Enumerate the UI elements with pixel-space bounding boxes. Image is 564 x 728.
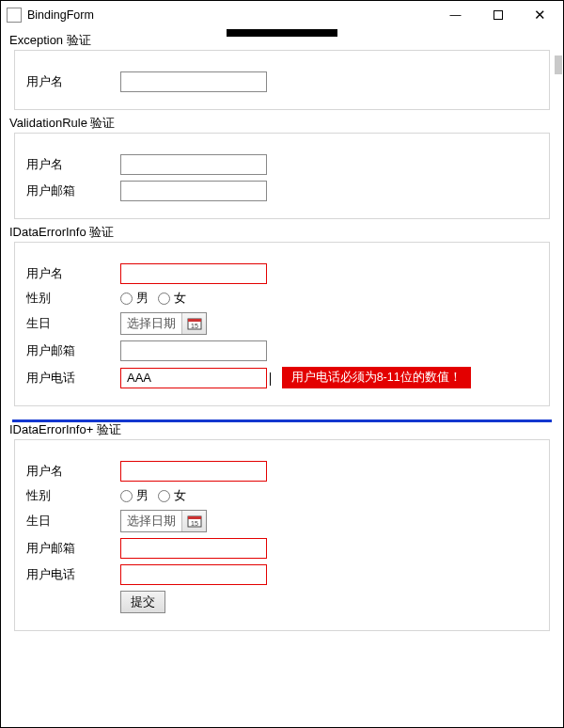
- radio-male[interactable]: 男: [120, 290, 149, 307]
- group-validation-rule: ValidationRule 验证 用户名 用户邮箱: [14, 133, 550, 219]
- validation-rule-email-input[interactable]: [120, 181, 267, 201]
- radio-female[interactable]: 女: [158, 290, 186, 307]
- label-birthday: 生日: [26, 315, 120, 332]
- submit-button[interactable]: 提交: [120, 591, 165, 613]
- calendar-icon[interactable]: 15: [181, 511, 206, 531]
- radio-male-label: 男: [136, 290, 149, 307]
- radio-female-label: 女: [174, 487, 186, 504]
- label-phone: 用户电话: [26, 566, 120, 583]
- idataerrorinfo-birthday-picker[interactable]: 选择日期 15: [120, 312, 207, 335]
- label-gender: 性别: [26, 290, 120, 307]
- window-close-button[interactable]: ✕: [519, 1, 561, 28]
- label-birthday: 生日: [26, 513, 120, 530]
- svg-rect-1: [188, 319, 201, 322]
- radio-female-label: 女: [174, 290, 186, 307]
- idataerrorinfo-username-input[interactable]: [120, 263, 267, 284]
- group-exception: Exception 验证 用户名: [14, 50, 550, 110]
- window-title-bar: BindingForm — ✕: [1, 1, 563, 29]
- label-phone: 用户电话: [26, 370, 120, 387]
- group-idataerrorinfo-plus-title: IDataErrorInfo+ 验证: [9, 421, 121, 438]
- label-username: 用户名: [26, 265, 120, 282]
- window-maximize-button[interactable]: [477, 1, 519, 28]
- label-email: 用户邮箱: [26, 342, 120, 359]
- radio-male-input[interactable]: [120, 293, 133, 305]
- calendar-icon[interactable]: 15: [181, 313, 206, 334]
- label-username: 用户名: [26, 156, 120, 173]
- radio-male-input[interactable]: [120, 490, 133, 502]
- phone-error-message: 用户电话必须为8-11位的数值！: [282, 367, 471, 388]
- radio-female-input[interactable]: [158, 490, 170, 502]
- idataerrorinfo-phone-input[interactable]: [120, 368, 267, 388]
- validation-rule-username-input[interactable]: [120, 154, 267, 175]
- radio-female[interactable]: 女: [158, 487, 186, 504]
- label-username: 用户名: [26, 73, 120, 90]
- date-placeholder: 选择日期: [121, 513, 181, 530]
- group-idataerrorinfo-plus: IDataErrorInfo+ 验证 用户名 性别 男 女 生日: [14, 439, 550, 631]
- plus-birthday-picker[interactable]: 选择日期 15: [120, 510, 207, 532]
- exception-username-input[interactable]: [120, 71, 267, 92]
- plus-phone-input[interactable]: [120, 564, 267, 585]
- window-title: BindingForm: [27, 8, 94, 22]
- group-validation-rule-title: ValidationRule 验证: [9, 115, 115, 132]
- svg-text:15: 15: [191, 520, 198, 527]
- vertical-scrollbar[interactable]: [555, 55, 562, 74]
- client-area: Exception 验证 用户名 ValidationRule 验证 用户名 用…: [1, 29, 563, 727]
- radio-male[interactable]: 男: [120, 487, 149, 504]
- date-placeholder: 选择日期: [121, 315, 181, 332]
- plus-username-input[interactable]: [120, 461, 267, 482]
- group-idataerrorinfo: IDataErrorInfo 验证 用户名 性别 男 女 生日: [14, 242, 550, 406]
- toolbar-drag-handle[interactable]: [227, 29, 337, 37]
- radio-male-label: 男: [136, 487, 149, 504]
- svg-rect-4: [188, 516, 201, 519]
- plus-email-input[interactable]: [120, 538, 267, 559]
- svg-text:15: 15: [191, 323, 198, 329]
- idataerrorinfo-email-input[interactable]: [120, 340, 267, 361]
- label-gender: 性别: [26, 487, 120, 504]
- label-username: 用户名: [26, 463, 120, 480]
- app-icon: [7, 8, 22, 23]
- label-email: 用户邮箱: [26, 540, 120, 557]
- group-exception-title: Exception 验证: [9, 32, 91, 49]
- label-email: 用户邮箱: [26, 182, 120, 199]
- window-minimize-button[interactable]: —: [434, 1, 477, 28]
- radio-female-input[interactable]: [158, 293, 170, 305]
- group-idataerrorinfo-title: IDataErrorInfo 验证: [9, 224, 114, 241]
